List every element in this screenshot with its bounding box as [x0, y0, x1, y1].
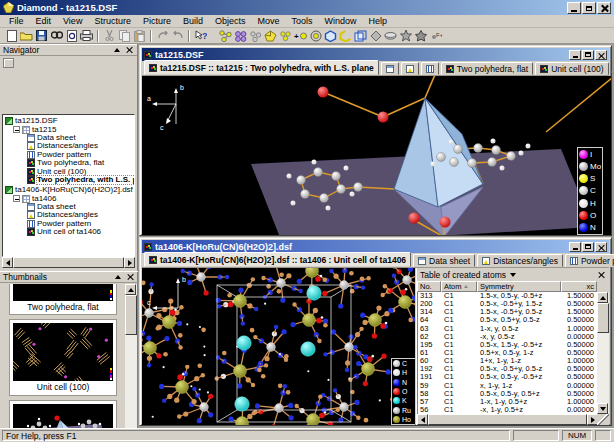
close-button[interactable] [597, 2, 611, 14]
menu-picture[interactable]: Picture [137, 15, 177, 27]
resize-grip[interactable] [597, 414, 609, 425]
menu-view[interactable]: View [57, 15, 88, 27]
connectivity-icon[interactable] [248, 29, 263, 43]
main-title-bar[interactable]: Diamond - ta1215.DSF [0, 0, 614, 15]
navigator-properties-icon[interactable] [3, 58, 14, 68]
broken-ring-icon[interactable] [338, 29, 353, 43]
table-row[interactable]: 63 C1 1-x, y, 0.5-z 1.00000 [418, 325, 597, 333]
find-icon[interactable] [49, 29, 64, 43]
menu-help[interactable]: Help [363, 15, 394, 27]
table-row[interactable]: 192 C1 0.5-x, -0.5+y, 0.5-z 0.50000 [418, 365, 597, 373]
table-row[interactable]: 57 C1 1-x, 1-y, 0.5+z 1.00000 [418, 398, 597, 406]
print-preview-icon[interactable] [64, 29, 79, 43]
restore-button[interactable] [582, 2, 596, 14]
star-icon[interactable] [413, 29, 428, 43]
tab-data-sheet[interactable]: Data sheet [413, 254, 475, 267]
tab-distances[interactable] [401, 62, 419, 75]
tab-unit-cell-ta1406[interactable]: ta1406-K[HoRu(CN)6(H2O)2].dsf :: ta1406 … [144, 252, 411, 267]
undo-icon[interactable] [155, 29, 170, 43]
menu-window[interactable]: Window [318, 15, 362, 27]
atom-design-icon[interactable] [308, 29, 323, 43]
cluster-icon[interactable] [278, 29, 293, 43]
menu-build[interactable]: Build [177, 15, 209, 27]
thumbnail-unit-cell-100[interactable]: Unit cell (100) [9, 319, 117, 396]
scrollbar-thumb[interactable] [597, 303, 609, 333]
polyhedron-create-icon[interactable] [263, 29, 278, 43]
tree-item-two-polyhedra-ls-plane[interactable]: Two polyhedra, with L.S. plan [3, 176, 134, 184]
close-button[interactable] [595, 50, 607, 60]
table-dropdown-icon[interactable] [510, 273, 516, 277]
tree-item-ta1406-dsf[interactable]: ta1406-K[HoRu(CN)6(H2O)2].dsf [3, 186, 134, 194]
element-legend[interactable]: I Mo S C H O N [577, 147, 603, 235]
save-icon[interactable] [34, 29, 49, 43]
tree-item-unit-cell-ta1406[interactable]: Unit cell of ta1406 [3, 228, 134, 236]
scroll-right-icon[interactable] [124, 257, 135, 268]
table-row[interactable]: 58 C1 0.5-x, 0.5-y, 0.5+z 0.50000 [418, 390, 597, 398]
menu-move[interactable]: Move [251, 15, 285, 27]
tab-powder[interactable] [421, 62, 439, 75]
tab-distances[interactable]: Distances/angles [477, 254, 563, 267]
table-row[interactable]: 195 C1 0.5-x, 1.5-y, -0.5+z 0.50000 [418, 341, 597, 349]
menu-structure[interactable]: Structure [88, 15, 137, 27]
table-row[interactable]: 314 C1 1.5-x, -0.5+y, 0.5-z 1.50000 [418, 308, 597, 316]
element-legend[interactable]: C H N O K Ru Ho [391, 358, 415, 425]
column-header-symmetry[interactable]: Symmetry [477, 281, 561, 292]
navigator-pane-title[interactable]: Navigator [0, 44, 137, 56]
thumbnails-pane-title[interactable]: Thumbnails [0, 271, 138, 283]
collapse-icon[interactable] [13, 195, 20, 202]
tab-scroll-left-icon[interactable] [611, 69, 614, 75]
ta1215-3d-view[interactable]: b a c [142, 76, 611, 235]
minimize-button[interactable] [569, 50, 581, 60]
context-help-icon[interactable]: ? [193, 29, 208, 43]
table-row[interactable]: 191 C1 0.5-x, 0.5-y, -0.5+z 0.50000 [418, 373, 597, 381]
tab-data-sheet[interactable] [381, 62, 399, 75]
collapse-icon[interactable] [13, 126, 20, 133]
unit-cell-icon[interactable] [353, 29, 368, 43]
thumbnail-two-polyhedra-flat[interactable]: Two polyhedra, flat [9, 284, 117, 315]
scroll-up-icon[interactable] [597, 292, 608, 303]
close-button[interactable] [595, 242, 607, 252]
tab-powder[interactable]: Powder pattern [565, 254, 614, 267]
add-atom-icon[interactable]: + [293, 29, 308, 43]
maximize-button[interactable] [582, 50, 594, 60]
minimize-button[interactable] [567, 2, 581, 14]
paste-icon[interactable] [132, 29, 147, 43]
menu-edit[interactable]: Edit [30, 15, 58, 27]
table-row[interactable]: 200 C1 0.5-x, -0.5+y, 1.5-z 0.50000 [418, 300, 597, 308]
packing-icon[interactable] [233, 29, 248, 43]
polyhedron-gray-icon[interactable] [368, 29, 383, 43]
table-row[interactable]: 56 C1 -x, 1-y, 0.5+z 0.00000 [418, 406, 597, 414]
thumbnails-close-icon[interactable] [125, 273, 135, 282]
scrollbar-thumb[interactable] [13, 257, 124, 268]
ring-icon[interactable] [323, 29, 338, 43]
table-row[interactable]: 64 C1 0.5-x, 0.5+y, 0.5-z 0.50000 [418, 316, 597, 324]
column-header-xc[interactable]: xc [561, 281, 597, 292]
navigator-pin-icon[interactable] [112, 46, 122, 55]
scrollbar-thumb[interactable] [428, 414, 587, 425]
tab-two-polyhedra-ls-plane[interactable]: ta1215.DSF :: ta1215 : Two polyhedra, wi… [144, 60, 379, 75]
print-icon[interactable] [79, 29, 94, 43]
tree-item-ta1215-dsf[interactable]: ta1215.DSF [3, 117, 134, 125]
copy-icon[interactable] [117, 29, 132, 43]
scroll-left-icon[interactable] [2, 257, 13, 268]
maximize-button[interactable] [582, 242, 594, 252]
tab-unit-cell-100[interactable]: Unit cell (100) [535, 62, 608, 75]
thumbnails-pin-icon[interactable] [113, 273, 123, 282]
table-row[interactable]: 60 C1 1+x, 1-y, 1-z 1.00000 [418, 357, 597, 365]
scroll-left-icon[interactable] [417, 414, 428, 425]
ta1406-3d-view[interactable]: b c C H N O K Ru Ho [142, 268, 415, 425]
table-row[interactable]: 61 C1 0.5+x, 0.5-y, 1-z 0.50000 [418, 349, 597, 357]
fill-coordination-icon[interactable]: F+ [428, 29, 443, 43]
new-icon[interactable] [4, 29, 19, 43]
scroll-up-icon[interactable] [125, 284, 136, 295]
navigator-close-icon[interactable] [124, 46, 134, 55]
cut-icon[interactable] [102, 29, 117, 43]
scrollbar-thumb[interactable] [125, 295, 137, 335]
table-panel-close-icon[interactable] [596, 270, 606, 279]
table-row[interactable]: 59 C1 x, 1-y, 1-z 0.00000 [418, 382, 597, 390]
open-icon[interactable] [19, 29, 34, 43]
table-row[interactable]: 62 C1 -x, y, 0.5-z 0.00000 [418, 333, 597, 341]
build-molecule-icon[interactable] [218, 29, 233, 43]
minimize-button[interactable] [569, 242, 581, 252]
starburst-icon[interactable] [398, 29, 413, 43]
